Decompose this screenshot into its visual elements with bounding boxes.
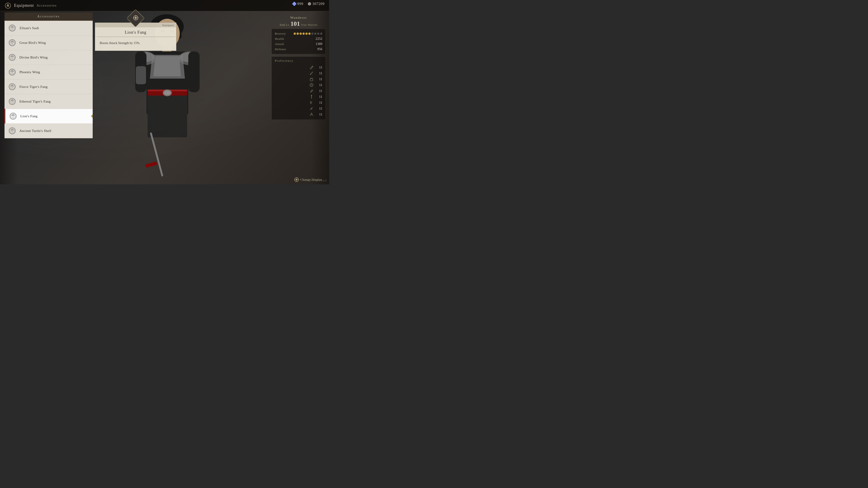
proficiency-icon-spear (309, 83, 314, 87)
coin-icon (308, 2, 311, 5)
accessories-title: Accessories (37, 15, 60, 18)
proficiency-row-bow: 11 (275, 100, 322, 105)
proficiency-value-spear: 11 (315, 83, 322, 87)
proficiency-title: Proficiency (275, 59, 322, 63)
accessory-name-divine-birds-wing: Divine Bird's Wing (20, 56, 48, 59)
bravery-dot-5 (308, 33, 311, 35)
proficiency-row-gauntlet: 11 (275, 76, 322, 82)
accessory-item-fierce-tigers-fang[interactable]: Fierce Tiger's Fang (4, 79, 93, 94)
proficiency-value-sword2: 11 (315, 107, 322, 110)
equipment-icon (4, 2, 11, 9)
info-card-title: Lion's Fang (95, 27, 176, 37)
proficiency-value-gauntlet: 11 (315, 77, 322, 81)
accessory-icon-ziluans-sash (8, 24, 16, 32)
proficiency-value-bow: 11 (315, 101, 322, 105)
copyright-text: ©コーエーテクモゲームス (303, 179, 327, 182)
accessory-name-ethereal-tigers-fang: Ethereal Tiger's Fang (20, 100, 51, 103)
bravery-dot-7 (314, 33, 316, 35)
proficiency-row-blade: 11 (275, 70, 322, 76)
accessory-item-great-birds-wing[interactable]: Great Bird's Wing (4, 35, 93, 50)
character-name: Wanderer (272, 16, 326, 20)
selected-indicator (91, 114, 93, 118)
proficiency-icon-sword (309, 65, 314, 70)
svg-point-25 (7, 5, 9, 6)
proficiency-list: 111111111111111111 (275, 64, 322, 117)
proficiency-section: Proficiency 111111111111111111 (272, 57, 326, 120)
attack-row: Attack 1389 (275, 41, 322, 46)
accessory-item-ziluans-sash[interactable]: Ziluan's Sash (4, 21, 93, 35)
svg-rect-22 (150, 132, 163, 176)
proficiency-icon-blade (309, 71, 314, 75)
change-display-icon (294, 177, 299, 182)
rank-row: Rank Lv. 101 True Warrior (272, 21, 326, 27)
defense-row: Defense 956 (275, 46, 322, 52)
proficiency-row-dagger: 11 (275, 88, 322, 94)
rank-number: 101 (290, 21, 300, 27)
bravery-dot-4 (305, 33, 308, 35)
info-card-description: Boosts Attack Strength by 15%. (95, 37, 176, 51)
svg-point-55 (311, 84, 312, 86)
svg-point-54 (310, 84, 313, 87)
accessory-icon-divine-birds-wing (8, 53, 16, 61)
proficiency-row-sword: 11 (275, 64, 322, 70)
svg-rect-21 (188, 52, 199, 92)
accessory-item-ethereal-tigers-fang[interactable]: Ethereal Tiger's Fang (4, 94, 93, 109)
rank-title: True Warrior (301, 23, 318, 27)
diamond-currency: 999 (293, 2, 303, 6)
bravery-dot-3 (303, 33, 305, 35)
proficiency-icon-bow (309, 100, 314, 105)
right-stats-panel: Wanderer Rank Lv. 101 True Warrior Brave… (268, 12, 329, 123)
accessory-icon-fierce-tigers-fang (8, 83, 16, 91)
bravery-row: Bravery (275, 31, 322, 36)
accessories-panel-header: Accessories (4, 12, 93, 21)
defense-label: Defense (275, 47, 286, 51)
info-card: Equipped Lion's Fang Boosts Attack Stren… (95, 23, 176, 51)
proficiency-icon-gauntlet (309, 77, 314, 81)
accessory-item-divine-birds-wing[interactable]: Divine Bird's Wing (4, 50, 93, 65)
proficiency-row-sword2: 11 (275, 105, 322, 111)
bravery-dot-2 (300, 33, 302, 35)
accessory-icon-great-birds-wing (8, 39, 16, 47)
proficiency-value-staff: 11 (315, 95, 322, 99)
proficiency-icon-sword2 (309, 106, 314, 111)
bravery-label: Bravery (275, 32, 286, 35)
svg-rect-53 (310, 78, 313, 81)
accessory-icon-ethereal-tigers-fang (8, 97, 16, 105)
coin-currency: 307209 (308, 2, 324, 6)
accessories-panel: Accessories Ziluan's Sash Great Bird's W… (4, 12, 93, 180)
proficiency-row-staff: 11 (275, 94, 322, 100)
health-label: Health (275, 37, 284, 41)
bravery-dot-0 (293, 33, 296, 35)
proficiency-value-blade: 11 (315, 71, 322, 75)
svg-point-57 (296, 179, 298, 181)
bravery-dot-8 (317, 33, 319, 35)
svg-point-18 (164, 91, 170, 95)
accessory-item-lions-fang[interactable]: Lion's Fang (4, 109, 93, 124)
accessory-icon-ancient-turtles-shell (8, 127, 16, 135)
proficiency-row-twin-blade: 11 (275, 111, 322, 117)
proficiency-icon-staff (309, 94, 314, 99)
accessory-icon-phoenix-wing (8, 68, 16, 76)
accessory-name-lions-fang: Lion's Fang (20, 114, 37, 118)
accessory-item-phoenix-wing[interactable]: Phoenix Wing (4, 65, 93, 79)
stats-section: Bravery Health 2252 Attack 1389 Defense … (272, 29, 326, 54)
watermark: ©コーエーテクモゲームス (303, 179, 327, 182)
accessory-item-ancient-turtles-shell[interactable]: Ancient Turtle's Shell (4, 124, 93, 138)
info-card-icon-container (127, 10, 144, 27)
page-subtitle: Accessories (37, 4, 57, 7)
diamond-icon (292, 2, 297, 6)
svg-rect-16 (148, 96, 187, 137)
proficiency-icon-twin-blade (309, 112, 314, 117)
info-card-weapon-icon (132, 14, 139, 22)
bravery-dot-1 (297, 33, 299, 35)
accessories-list[interactable]: Ziluan's Sash Great Bird's Wing Divine B… (4, 21, 93, 138)
attack-label: Attack (275, 42, 284, 46)
bravery-dot-6 (311, 33, 313, 35)
proficiency-value-twin-blade: 11 (315, 112, 322, 116)
health-row: Health 2252 (275, 36, 322, 41)
proficiency-row-spear: 11 (275, 82, 322, 88)
svg-rect-20 (136, 66, 146, 84)
bravery-dot-9 (320, 33, 322, 35)
accessory-name-fierce-tigers-fang: Fierce Tiger's Fang (20, 85, 48, 89)
page-title: Equipment (14, 3, 34, 8)
